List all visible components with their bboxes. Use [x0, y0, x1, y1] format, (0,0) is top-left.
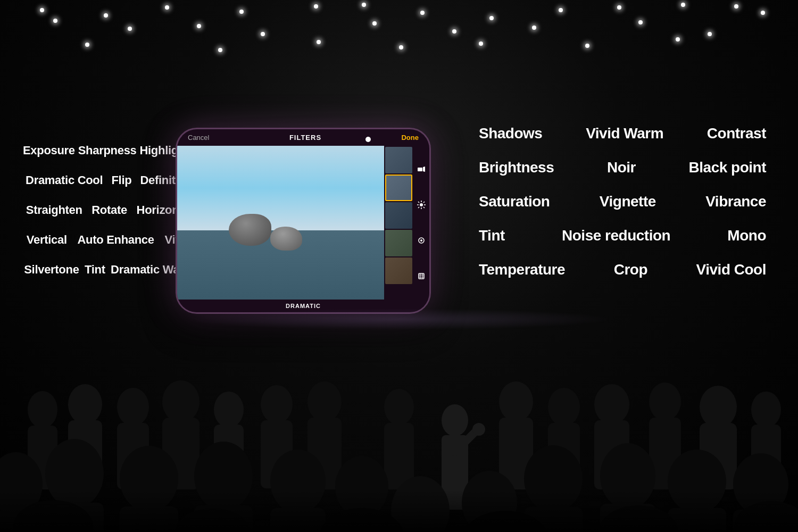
feature-word-left: Sharpness	[78, 144, 137, 157]
feature-word-right: Crop	[614, 261, 647, 278]
ceiling-light	[53, 19, 57, 23]
svg-point-42	[594, 384, 629, 425]
ceiling-light	[362, 3, 366, 7]
svg-point-44	[649, 383, 681, 421]
feature-word-row-left-3: VerticalAuto EnhanceVivid	[21, 233, 197, 247]
film-thumb-3[interactable]	[385, 202, 412, 229]
feature-word-row-right-4: TemperatureCropVivid Cool	[479, 261, 766, 278]
feature-word-right: Vibrance	[705, 193, 766, 210]
svg-point-24	[162, 380, 200, 423]
svg-point-40	[548, 388, 580, 426]
svg-rect-80	[0, 489, 798, 532]
cancel-button[interactable]: Cancel	[188, 134, 209, 142]
main-photo	[177, 146, 384, 300]
ceiling-light	[104, 13, 108, 18]
ceiling-light	[559, 8, 563, 12]
svg-point-22	[117, 388, 149, 426]
svg-point-12	[420, 239, 422, 242]
svg-point-46	[700, 386, 737, 428]
svg-point-34	[442, 404, 468, 436]
film-thumb-1[interactable]	[385, 147, 412, 173]
feature-word-left: Vertical	[27, 233, 67, 247]
feature-word-left: Auto Enhance	[77, 233, 154, 247]
ceiling-light	[420, 11, 425, 15]
svg-point-2	[420, 203, 423, 206]
ceiling-light	[489, 16, 494, 20]
ceiling-light	[85, 43, 89, 47]
svg-line-8	[423, 207, 425, 208]
ceiling-light	[761, 11, 765, 15]
feature-word-right: Contrast	[707, 125, 766, 142]
svg-point-48	[751, 392, 781, 428]
film-thumb-5[interactable]	[385, 257, 412, 284]
ceiling-light	[165, 5, 169, 10]
feature-words-right: ShadowsVivid WarmContrastBrightnessNoirB…	[479, 125, 766, 295]
ceiling-light	[585, 44, 589, 48]
feature-word-left: Flip	[111, 173, 131, 187]
film-thumb-4[interactable]	[385, 230, 412, 256]
film-thumb-2[interactable]	[385, 174, 412, 201]
feature-word-row-right-2: SaturationVignetteVibrance	[479, 193, 766, 210]
color-icon[interactable]	[417, 236, 426, 245]
brightness-icon[interactable]	[417, 200, 426, 210]
ceiling-light	[676, 37, 680, 41]
right-controls	[413, 146, 429, 300]
feature-word-right: Black point	[689, 159, 766, 176]
svg-point-18	[28, 391, 57, 428]
feature-word-right: Brightness	[479, 159, 554, 176]
svg-marker-1	[423, 167, 425, 172]
svg-point-28	[261, 385, 293, 423]
ceiling-light	[218, 48, 222, 52]
ceiling-light	[734, 4, 738, 9]
iphone-content	[177, 146, 429, 300]
ceiling-light	[479, 41, 483, 46]
ceiling-light	[638, 20, 643, 24]
feature-word-left: Straighten	[26, 203, 82, 217]
crop-icon[interactable]	[417, 271, 426, 281]
svg-point-30	[307, 381, 342, 422]
feature-word-right: Mono	[727, 227, 766, 244]
video-icon[interactable]	[417, 164, 426, 174]
ceiling-light	[128, 27, 132, 31]
feature-word-row-right-3: TintNoise reductionMono	[479, 227, 766, 244]
ceiling-light	[261, 32, 265, 36]
feature-word-row-left-0: ExposureSharpnessHighlights	[21, 144, 197, 157]
feature-word-left: Tint	[85, 263, 105, 277]
iphone-mockup: Cancel FILTERS Done	[176, 128, 431, 314]
svg-rect-0	[418, 168, 422, 171]
svg-point-38	[499, 381, 533, 422]
feature-word-row-right-1: BrightnessNoirBlack point	[479, 159, 766, 176]
rock-1	[229, 214, 271, 246]
rock-2	[270, 227, 302, 251]
feature-word-right: Vignette	[600, 193, 656, 210]
svg-point-37	[472, 423, 485, 436]
svg-line-9	[418, 207, 419, 208]
feature-word-left: Rotate	[92, 203, 127, 217]
ceiling-light	[314, 4, 318, 9]
ceiling-light	[372, 21, 377, 26]
ceiling-light	[708, 32, 712, 36]
feature-word-row-left-4: SilvertoneTintDramatic Warm	[21, 263, 197, 277]
feature-word-right: Temperature	[479, 261, 565, 278]
feature-word-right: Noise reduction	[562, 227, 670, 244]
feature-word-row-left-1: Dramatic CoolFlipDefinition	[21, 173, 197, 187]
svg-line-7	[418, 202, 419, 203]
feature-word-left: Silvertone	[24, 263, 79, 277]
ceiling-light	[399, 45, 403, 49]
iphone-status-dot	[365, 137, 371, 142]
ceiling-light	[239, 10, 244, 14]
feature-words-left: ExposureSharpnessHighlightsDramatic Cool…	[21, 144, 197, 293]
audience	[0, 303, 798, 532]
filmstrip[interactable]	[384, 146, 413, 300]
feature-word-row-left-2: StraightenRotateHorizontal	[21, 203, 197, 217]
ceiling-light	[40, 8, 44, 12]
feature-word-row-right-0: ShadowsVivid WarmContrast	[479, 125, 766, 142]
feature-word-right: Noir	[607, 159, 636, 176]
feature-word-right: Tint	[479, 227, 505, 244]
feature-word-right: Shadows	[479, 125, 542, 142]
feature-word-right: Saturation	[479, 193, 550, 210]
feature-word-left: Dramatic Cool	[26, 173, 103, 187]
filters-title: FILTERS	[289, 134, 321, 142]
done-button[interactable]: Done	[401, 134, 419, 142]
ceiling-lights	[0, 0, 798, 117]
